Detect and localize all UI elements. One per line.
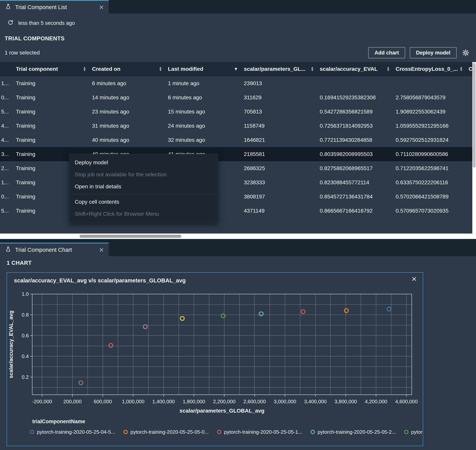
table-cell[interactable]: 1.0595552921295166	[392, 119, 465, 133]
scatter-point[interactable]	[143, 325, 147, 329]
table-cell[interactable]: 1.908922553062439	[392, 105, 465, 119]
table-cell[interactable]: 2...	[0, 161, 13, 175]
deploy-model-button[interactable]: Deploy model	[410, 47, 457, 58]
table-cell[interactable]	[465, 133, 472, 147]
table-cell[interactable]	[465, 175, 472, 189]
table-cell[interactable]: 0.5709657073020935	[392, 204, 465, 218]
table-cell[interactable]: 15 minutes ago	[165, 105, 241, 119]
table-cell[interactable]	[465, 147, 472, 161]
scatter-point[interactable]	[180, 317, 184, 320]
table-cell[interactable]: 24 minutes ago	[165, 119, 241, 133]
table-cell[interactable]: 5...	[0, 105, 13, 119]
table-cell[interactable]: 1 minute ago	[165, 76, 241, 90]
table-cell[interactable]	[465, 90, 472, 105]
legend-item[interactable]: pytorch-training-2020-05-25-05-1...	[217, 429, 311, 435]
table-cell[interactable]	[317, 76, 392, 90]
table-cell[interactable]	[465, 105, 472, 119]
table-cell[interactable]: Training	[13, 76, 89, 90]
scatter-point[interactable]	[344, 309, 348, 313]
add-chart-button[interactable]: Add chart	[368, 47, 405, 58]
scatter-point[interactable]	[109, 343, 113, 347]
table-cell[interactable]: Training	[13, 90, 89, 105]
chart-close-icon[interactable]: ×	[412, 275, 417, 283]
table-cell[interactable]: 705813	[241, 105, 317, 119]
table-cell[interactable]	[465, 204, 472, 218]
table-cell[interactable]: 0.7256371814092953	[317, 119, 392, 133]
table-cell[interactable]: 0.7122035622596741	[392, 161, 465, 175]
settings-gear-button[interactable]	[461, 49, 470, 56]
table-cell[interactable]: 1...	[0, 175, 13, 189]
horizontal-scrollbar[interactable]	[0, 234, 476, 239]
table-cell[interactable]: 0.7110280990600586	[392, 147, 465, 161]
refresh-icon[interactable]	[7, 19, 14, 27]
table-cell[interactable]: 0.7721139430284858	[317, 133, 392, 147]
table-cell[interactable]: Training	[13, 119, 89, 133]
table-cell[interactable]: 4371149	[241, 204, 317, 218]
table-cell[interactable]: 311629	[241, 90, 317, 105]
table-cell[interactable]: 3...	[0, 147, 13, 161]
table-cell[interactable]: 6 minutes ago	[165, 90, 241, 105]
close-icon[interactable]: ×	[99, 3, 104, 11]
table-cell[interactable]: 0.16941529235382308	[317, 90, 392, 105]
table-cell[interactable]: 1158749	[241, 119, 317, 133]
table-cell[interactable]: 0...	[0, 189, 13, 204]
table-cell[interactable]: 5...	[0, 204, 13, 218]
scatter-point[interactable]	[221, 314, 225, 318]
scatter-point[interactable]	[259, 312, 263, 316]
legend-item[interactable]: pytorch-training-2020-05-25-05-2...	[311, 429, 404, 435]
table-cell[interactable]: 32 minutes ago	[165, 133, 241, 147]
scatter-point[interactable]	[387, 307, 391, 311]
table-cell[interactable]: 23 minutes ago	[89, 105, 165, 119]
table-cell[interactable]	[465, 119, 472, 133]
table-cell[interactable]	[392, 76, 465, 90]
vertical-scrollbar[interactable]	[472, 62, 476, 234]
table-cell[interactable]	[465, 76, 472, 90]
table-cell[interactable]: 0.823088455772114	[317, 175, 392, 189]
table-cell[interactable]: Training	[13, 105, 89, 119]
tab-trial-component-chart[interactable]: Trial Component Chart ×	[0, 243, 109, 256]
table-cell[interactable]: 14 minutes ago	[89, 90, 165, 105]
table-cell[interactable]: 3238333	[241, 175, 317, 189]
menu-item-deploy-model[interactable]: Deploy model	[70, 157, 218, 169]
table-cell[interactable]: 0.5427286356821589	[317, 105, 392, 119]
table-cell[interactable]: 2686325	[241, 161, 317, 175]
column-header-created-on[interactable]: Created on▲▼	[89, 62, 165, 76]
table-cell[interactable]: 0.8665667166416792	[317, 204, 392, 218]
table-cell[interactable]: 4...	[0, 119, 13, 133]
table-cell[interactable]: 239013	[241, 76, 317, 90]
table-cell[interactable]: 0.8035982008995503	[317, 147, 392, 161]
scatter-point[interactable]	[301, 310, 305, 314]
column-header-scalar-parameters-gl[interactable]: scalar/parameters_GL...▲▼	[241, 62, 317, 76]
table-cell[interactable]: 0.8545727136431784	[317, 189, 392, 204]
menu-item-open-in-trial-details[interactable]: Open in trial details	[70, 181, 218, 193]
table-cell[interactable]: 1646821	[241, 133, 317, 147]
table-cell[interactable]: 3808197	[241, 189, 317, 204]
table-cell[interactable]: 0.6335750222206116	[392, 175, 465, 189]
scatter-point[interactable]	[79, 381, 83, 385]
table-cell[interactable]: 40 minutes ago	[89, 133, 165, 147]
horizontal-scrollbar-thumb[interactable]	[80, 235, 181, 238]
table-cell[interactable]: 0...	[0, 90, 13, 105]
vertical-scrollbar-thumb[interactable]	[473, 63, 476, 168]
table-cell[interactable]	[465, 161, 472, 175]
table-cell[interactable]: 2185581	[241, 147, 317, 161]
column-header-scalar-accuracy-eval[interactable]: scalar/accuracy_EVAL▲▼	[317, 62, 392, 76]
table-cell[interactable]: 31 minutes ago	[89, 119, 165, 133]
close-icon[interactable]: ×	[99, 246, 104, 254]
legend-item[interactable]: pytorch-training-2020-05-25-04-5...	[30, 429, 123, 435]
legend-item[interactable]: pytor	[404, 429, 423, 435]
table-cell[interactable]: 0.5927502512931824	[392, 133, 465, 147]
legend-item[interactable]: pytorch-training-2020-05-25-05-0...	[123, 429, 217, 435]
column-header-trial-component[interactable]: Trial component▲▼	[13, 62, 89, 76]
menu-item-copy-cell-contents[interactable]: Copy cell contents	[70, 196, 218, 208]
table-cell[interactable]: 6 minutes ago	[89, 76, 165, 90]
table-cell[interactable]: 4...	[0, 133, 13, 147]
column-header-crossentropyloss-0[interactable]: CrossEntropyLoss_0_...▲▼	[392, 62, 465, 76]
column-header-c[interactable]: C	[465, 62, 472, 76]
table-cell[interactable]: 0.5702066421508789	[392, 189, 465, 204]
column-header-last-modified[interactable]: Last modified▼	[165, 62, 241, 76]
table-cell[interactable]: 1...	[0, 76, 13, 90]
tab-trial-component-list[interactable]: Trial Component List ×	[0, 0, 109, 14]
table-cell[interactable]: 0.8275862068965517	[317, 161, 392, 175]
table-cell[interactable]: Training	[13, 133, 89, 147]
